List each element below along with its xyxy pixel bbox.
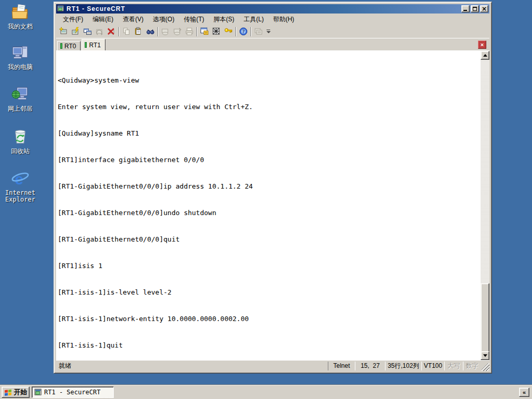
toolbar: ? [56, 25, 489, 38]
desktop-icon-label: Internet Explorer [2, 190, 38, 203]
terminal-line: Enter system view, return user view with… [58, 102, 480, 111]
clone-session-icon [252, 26, 264, 37]
print-icon [183, 26, 195, 37]
terminal-line: <Quidway>system-view [58, 76, 480, 85]
desktop-icon-my-computer[interactable]: 我的电脑 [2, 44, 38, 71]
menu-options[interactable]: 选项(O) [148, 14, 179, 25]
menu-view[interactable]: 查看(V) [118, 14, 148, 25]
desktop: { "desktop": { "background_color": "#3E6… [0, 0, 532, 399]
status-cursor-position: 15, 27 [355, 362, 385, 370]
close-button[interactable]: × [480, 5, 488, 12]
tab-rt1[interactable]: RT1 [82, 39, 105, 50]
paste-icon[interactable] [132, 26, 144, 37]
securecrt-task-icon [34, 389, 42, 396]
menu-edit[interactable]: 编辑(E) [88, 14, 118, 25]
receive-file-icon [171, 26, 183, 37]
key-agent-icon[interactable] [222, 26, 234, 37]
keymap-editor-icon[interactable] [210, 26, 222, 37]
toolbar-overflow-icon[interactable] [265, 26, 272, 37]
find-icon[interactable] [144, 26, 156, 37]
session-options-icon[interactable] [198, 26, 210, 37]
status-caps-lock: 大写 [444, 362, 463, 370]
my-documents-icon [10, 3, 30, 22]
app-icon [57, 5, 64, 12]
desktop-icon-internet-explorer[interactable]: e Internet Explorer [2, 169, 38, 203]
scrollbar-thumb[interactable] [481, 283, 489, 352]
windows-logo-icon [4, 389, 12, 396]
scroll-up-button[interactable] [481, 51, 489, 60]
network-places-icon [10, 85, 30, 104]
menu-transfer[interactable]: 传输(T) [179, 14, 209, 25]
terminal-line: [RT1-GigabitEthernet0/0/0]quit [58, 235, 480, 244]
resize-grip[interactable] [482, 363, 489, 371]
terminal-line: [RT1-isis-1]quit [58, 341, 480, 350]
menu-bar: 文件(F) 编辑(E) 查看(V) 选项(O) 传输(T) 脚本(S) 工具(L… [56, 14, 489, 25]
vertical-scrollbar[interactable] [481, 51, 489, 360]
toolbar-separator [118, 27, 119, 36]
tab-label: RT0 [64, 43, 76, 50]
svg-text:?: ? [242, 29, 245, 34]
quick-connect-icon[interactable] [58, 26, 70, 37]
securecrt-window: RT1 - SecureCRT × 文件(F) 编辑(E) 查看(V) 选项(O… [54, 2, 492, 374]
status-bar: 就绪 Telnet 15, 27 35行,102列 VT100 大写 数字 [56, 360, 489, 371]
tray-collapse-button[interactable]: « [519, 388, 529, 397]
terminal-screen[interactable]: <Quidway>system-view Enter system view, … [56, 51, 481, 360]
status-emulation: VT100 [421, 362, 444, 370]
help-icon[interactable]: ? [237, 26, 249, 37]
terminal-line: [RT1-isis-1]is-level level-2 [58, 288, 480, 297]
maximize-button[interactable] [471, 5, 479, 12]
status-screen-size: 35行,102列 [385, 362, 421, 370]
svg-text:e: e [15, 170, 23, 188]
start-button[interactable]: 开始 [2, 387, 30, 398]
desktop-icon-network-places[interactable]: 网上邻居 [2, 85, 38, 112]
desktop-icon-label: 回收站 [2, 148, 38, 155]
desktop-icon-label: 网上邻居 [2, 105, 38, 112]
taskbar: 开始 RT1 - SecureCRT « [0, 385, 532, 399]
connected-status-icon [85, 42, 87, 48]
toolbar-separator [196, 27, 197, 36]
status-num-lock: 数字 [463, 362, 481, 370]
terminal-line: [RT1]interface gigabitethernet 0/0/0 [58, 155, 480, 164]
tab-close-button[interactable]: × [478, 41, 486, 49]
tab-label: RT1 [89, 42, 100, 49]
disconnect-icon[interactable] [105, 26, 117, 37]
terminal-line: [RT1-GigabitEthernet0/0/0]ip address 10.… [58, 182, 480, 191]
minimize-button[interactable] [461, 5, 470, 12]
menu-script[interactable]: 脚本(S) [209, 14, 239, 25]
tab-rt0[interactable]: RT0 [57, 41, 81, 50]
start-label: 开始 [14, 388, 28, 397]
system-tray: « [519, 388, 529, 397]
terminal-line: [RT1-isis-1]network-entity 10.0000.0000.… [58, 314, 480, 323]
session-tab-bar: RT0 RT1 × [56, 38, 489, 51]
internet-explorer-icon: e [10, 169, 30, 188]
scroll-down-button[interactable] [481, 351, 489, 360]
terminal-line: [RT1]isis 1 [58, 261, 480, 270]
menu-tools[interactable]: 工具(L) [239, 14, 269, 25]
toolbar-separator [157, 27, 158, 36]
terminal-line: [RT1-GigabitEthernet0/0/0]undo shutdown [58, 208, 480, 217]
connected-status-icon [60, 43, 62, 49]
desktop-icon-label: 我的电脑 [2, 64, 38, 71]
status-ready: 就绪 [56, 362, 328, 370]
toolbar-separator [250, 27, 251, 36]
title-bar[interactable]: RT1 - SecureCRT × [56, 4, 489, 14]
toolbar-separator [235, 27, 236, 36]
connect-icon[interactable] [70, 26, 82, 37]
my-computer-icon [10, 44, 30, 62]
terminal-line: [Quidway]sysname RT1 [58, 129, 480, 138]
desktop-icon-label: 我的文档 [2, 23, 38, 30]
reconnect-icon [94, 26, 105, 37]
desktop-icon-my-documents[interactable]: 我的文档 [2, 3, 38, 30]
connect-in-tab-icon[interactable] [82, 26, 94, 37]
menu-help[interactable]: 帮助(H) [269, 14, 299, 25]
send-file-icon [159, 26, 171, 37]
status-protocol: Telnet [328, 362, 355, 370]
recycle-bin-icon [10, 127, 30, 147]
task-button-label: RT1 - SecureCRT [44, 389, 100, 396]
copy-icon [121, 26, 132, 37]
task-button-securecrt[interactable]: RT1 - SecureCRT [32, 387, 114, 398]
window-title: RT1 - SecureCRT [66, 5, 460, 12]
menu-file[interactable]: 文件(F) [58, 14, 88, 25]
desktop-icon-recycle-bin[interactable]: 回收站 [2, 127, 38, 155]
